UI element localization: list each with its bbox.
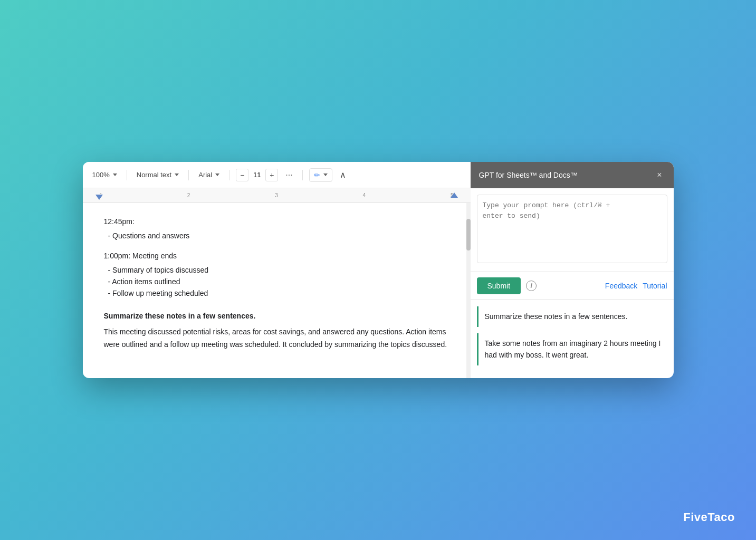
- ruler-content: 1 2 3 4 5: [89, 192, 464, 198]
- fivetaco-logo: FiveTaco: [683, 510, 735, 524]
- section-100: 1:00pm: Meeting ends - Summary of topics…: [104, 250, 449, 300]
- result-text-2: Take some notes from an imaginary 2 hour…: [485, 339, 661, 359]
- time-entry-1245: 12:45pm:: [104, 216, 449, 227]
- ruler-numbers: 1 2 3 4 5: [89, 192, 464, 198]
- font-size-decrease-button[interactable]: −: [236, 169, 248, 181]
- zoom-selector[interactable]: 100%: [89, 169, 120, 181]
- toolbar-divider-2: [188, 170, 189, 180]
- bullet-summary: - Summary of topics discussed: [108, 264, 449, 276]
- more-options-button[interactable]: ···: [282, 169, 295, 181]
- feedback-button[interactable]: Feedback: [605, 282, 637, 290]
- tutorial-button[interactable]: Tutorial: [643, 282, 667, 290]
- pencil-icon: ✏: [314, 171, 320, 179]
- prompt-area: [471, 188, 674, 272]
- bullet-summary-text: - Summary of topics discussed: [108, 266, 209, 274]
- font-size-value: 11: [251, 170, 263, 180]
- gpt-panel: GPT for Sheets™ and Docs™ × Submit i Fee…: [471, 162, 674, 378]
- result-item-1: Summarize these notes in a few sentences…: [477, 306, 667, 326]
- info-icon[interactable]: i: [526, 281, 537, 291]
- ruler-num-2: 2: [187, 192, 190, 198]
- font-value: Arial: [198, 171, 212, 179]
- docs-ruler: 1 2 3 4 5: [83, 188, 471, 203]
- result-item-2: Take some notes from an imaginary 2 hour…: [477, 333, 667, 365]
- ruler-right-marker-icon[interactable]: [451, 192, 458, 198]
- edit-chevron-icon: [323, 173, 328, 176]
- submit-button[interactable]: Submit: [477, 277, 521, 294]
- summary-content: This meeting discussed potential risks, …: [104, 326, 449, 351]
- time-entry-100: 1:00pm: Meeting ends: [104, 250, 449, 262]
- bullet-action-text: - Action items outlined: [108, 277, 180, 286]
- scrollbar-thumb[interactable]: [466, 219, 471, 250]
- text-style-selector[interactable]: Normal text: [133, 169, 182, 181]
- zoom-value: 100%: [92, 171, 110, 179]
- bullet-followup: - Follow up meeting scheduled: [108, 287, 449, 299]
- gpt-actions: Submit i Feedback Tutorial: [471, 272, 674, 300]
- summarize-title: Summarize these notes in a few sentences…: [104, 310, 449, 322]
- fivetaco-logo-text: FiveTaco: [683, 510, 735, 524]
- app-container: 100% Normal text Arial − 11 + ··· ✏: [83, 162, 674, 378]
- prompt-textarea[interactable]: [477, 195, 667, 263]
- text-style-value: Normal text: [137, 171, 171, 179]
- text-style-chevron-icon: [175, 173, 179, 176]
- close-panel-button[interactable]: ×: [654, 169, 665, 181]
- font-chevron-icon: [215, 173, 219, 176]
- scrollbar[interactable]: [466, 203, 471, 378]
- toolbar-divider-4: [302, 170, 303, 180]
- summary-text: This meeting discussed potential risks, …: [104, 327, 447, 349]
- bullet-qa: - Questions and answers: [108, 230, 449, 242]
- gpt-results: Summarize these notes in a few sentences…: [471, 300, 674, 378]
- docs-panel: 100% Normal text Arial − 11 + ··· ✏: [83, 162, 471, 378]
- time-100-text: 1:00pm: Meeting ends: [104, 252, 177, 260]
- toolbar-divider-1: [127, 170, 127, 180]
- collapse-button[interactable]: ∧: [337, 169, 349, 181]
- bullet-followup-text: - Follow up meeting scheduled: [108, 289, 208, 297]
- font-size-controls: − 11 +: [236, 169, 278, 181]
- ruler-num-3: 3: [275, 192, 278, 198]
- summarize-title-text: Summarize these notes in a few sentences…: [104, 312, 256, 320]
- font-size-increase-button[interactable]: +: [265, 169, 278, 181]
- result-text-1: Summarize these notes in a few sentences…: [485, 312, 628, 321]
- docs-toolbar: 100% Normal text Arial − 11 + ··· ✏: [83, 162, 471, 188]
- edit-mode-button[interactable]: ✏: [309, 168, 332, 182]
- docs-content: 12:45pm: - Questions and answers 1:00pm:…: [83, 203, 471, 378]
- ruler-num-4: 4: [363, 192, 366, 198]
- toolbar-divider-3: [229, 170, 229, 180]
- gpt-header: GPT for Sheets™ and Docs™ ×: [471, 162, 674, 188]
- bullet-qa-text: - Questions and answers: [108, 232, 190, 240]
- font-selector[interactable]: Arial: [195, 169, 223, 181]
- time-1245-text: 12:45pm:: [104, 217, 135, 226]
- bullet-action: - Action items outlined: [108, 276, 449, 287]
- zoom-chevron-icon: [113, 173, 117, 176]
- gpt-panel-title: GPT for Sheets™ and Docs™: [479, 171, 578, 179]
- ruler-left-marker-icon[interactable]: [95, 195, 103, 200]
